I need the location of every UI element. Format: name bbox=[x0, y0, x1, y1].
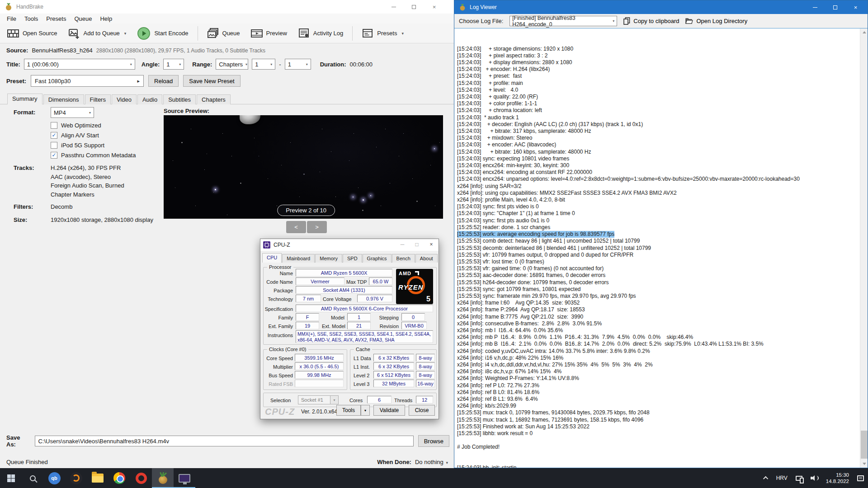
log-line: [15:24:03] + display dimensions: 2880 x … bbox=[457, 59, 860, 66]
cache-assoc-field: 8-way bbox=[416, 362, 435, 370]
tools-button[interactable]: Tools bbox=[336, 405, 361, 416]
menu-item[interactable]: File bbox=[3, 14, 20, 23]
close-button[interactable]: Close bbox=[409, 405, 435, 416]
scroll-down-icon[interactable] bbox=[860, 460, 868, 468]
close-icon[interactable]: × bbox=[424, 0, 444, 14]
scroll-up-icon[interactable] bbox=[860, 28, 868, 36]
validate-button[interactable]: Validate bbox=[373, 405, 405, 416]
tab[interactable]: Memory bbox=[315, 254, 342, 263]
menu-item[interactable]: Tools bbox=[20, 14, 42, 23]
start-button[interactable] bbox=[0, 468, 22, 488]
open-log-directory-button[interactable]: Open Log Directory bbox=[685, 18, 747, 24]
tools-dropdown-button[interactable]: ▾ bbox=[361, 405, 370, 416]
tab[interactable]: Audio bbox=[137, 94, 162, 104]
tab[interactable]: Chapters bbox=[197, 94, 231, 104]
open-source-button[interactable]: Open Source bbox=[3, 25, 62, 42]
tray-device-button[interactable] bbox=[792, 468, 807, 488]
menu-item[interactable]: Queue bbox=[70, 14, 96, 23]
max-tdp-field: 65.0 W bbox=[369, 277, 392, 285]
minimize-icon[interactable] bbox=[383, 0, 404, 14]
save-as-input[interactable] bbox=[35, 436, 413, 446]
range-type-select[interactable]: Chapters▾ bbox=[216, 59, 248, 70]
taskbar-media-app-button[interactable] bbox=[65, 468, 87, 488]
tab[interactable]: Mainboard bbox=[282, 254, 315, 263]
close-icon[interactable]: × bbox=[426, 240, 437, 249]
save-new-preset-button[interactable]: Save New Preset bbox=[183, 75, 240, 87]
action-center-button[interactable] bbox=[853, 468, 868, 488]
revision-field: VRM-B0 bbox=[401, 322, 427, 329]
tab[interactable]: Graphics bbox=[363, 254, 392, 263]
range-to-select[interactable]: 1▾ bbox=[285, 59, 311, 70]
tab[interactable]: Summary bbox=[7, 94, 42, 104]
copy-icon bbox=[623, 17, 630, 25]
log-line bbox=[457, 451, 860, 458]
menu-item[interactable]: Presets bbox=[42, 14, 70, 23]
reload-button[interactable]: Reload bbox=[148, 75, 179, 87]
taskbar-file-explorer-button[interactable] bbox=[87, 468, 108, 488]
log-file-select[interactable]: [Finished] Bennuhalfres83 H264_encode_0 … bbox=[509, 16, 617, 26]
scrollbar-thumb[interactable] bbox=[861, 431, 868, 459]
taskbar-cpuz-button[interactable] bbox=[174, 468, 195, 488]
ryzen-text: RYZEN bbox=[398, 283, 424, 291]
range-label: Range: bbox=[192, 61, 212, 68]
maximize-icon[interactable] bbox=[825, 0, 845, 14]
log-line: [15:24:03] + mixdown: Stereo bbox=[457, 135, 860, 141]
taskbar-qbittorrent-button[interactable]: qb bbox=[43, 468, 65, 488]
maximize-icon[interactable] bbox=[404, 0, 424, 14]
checkbox-row[interactable]: ✓ Align A/V Start bbox=[51, 130, 136, 140]
preset-select[interactable]: Fast 1080p30 ▸ bbox=[31, 75, 144, 87]
queue-button[interactable]: Queue bbox=[203, 25, 245, 42]
menu-item[interactable]: Help bbox=[96, 14, 116, 23]
model-field: 1 bbox=[347, 313, 371, 321]
tab[interactable]: Subtitles bbox=[163, 94, 196, 104]
tab[interactable]: About bbox=[415, 254, 438, 263]
bright-star bbox=[215, 189, 216, 190]
title-select[interactable]: 1 (00:06:00)▾ bbox=[24, 59, 135, 70]
taskbar-chrome-button[interactable] bbox=[108, 468, 130, 488]
presets-button[interactable]: Presets ▾ bbox=[357, 25, 408, 42]
tab[interactable]: Video bbox=[112, 94, 137, 104]
start-encode-button[interactable]: Start Encode bbox=[132, 24, 193, 43]
log-text-area[interactable]: [15:24:03] + storage dimensions: 1920 x … bbox=[454, 28, 860, 468]
activity-log-button[interactable]: Activity Log bbox=[293, 25, 348, 42]
checkbox-row[interactable]: ✓ iPod 5G Support bbox=[51, 140, 136, 150]
preview-next-button[interactable]: > bbox=[307, 221, 327, 233]
close-icon[interactable]: × bbox=[845, 0, 866, 14]
copy-to-clipboard-button[interactable]: Copy to clipboard bbox=[623, 17, 679, 25]
checkbox-row[interactable]: ✓ Passthru Common Metadata bbox=[51, 150, 136, 160]
checkbox-row[interactable]: ✓ Web Optimized bbox=[51, 120, 136, 130]
socket-select[interactable]: Socket #1 ▾ bbox=[298, 395, 339, 404]
media-app-icon bbox=[70, 472, 82, 484]
minimize-icon[interactable] bbox=[805, 0, 825, 14]
log-line: [15:25:53] mux: track 0, 10799 frames, 9… bbox=[457, 409, 860, 416]
taskbar-handbrake-button[interactable] bbox=[152, 468, 174, 488]
max-tdp-label: Max TDP bbox=[346, 279, 368, 285]
taskbar-opera-button[interactable] bbox=[130, 468, 152, 488]
format-select[interactable]: MP4▾ bbox=[51, 107, 94, 118]
minimize-icon[interactable]: ─ bbox=[397, 240, 408, 249]
log-scrollbar[interactable] bbox=[860, 28, 868, 468]
when-done-select[interactable]: Do nothing ▾ bbox=[415, 459, 448, 465]
maximize-icon[interactable]: □ bbox=[411, 240, 422, 249]
preview-button[interactable]: Preview bbox=[246, 25, 292, 42]
tray-clock[interactable]: 15:30 14.8.2022 bbox=[822, 468, 853, 488]
tray-show-hidden-icons[interactable] bbox=[760, 468, 772, 488]
tray-volume-button[interactable] bbox=[807, 468, 822, 488]
preview-prev-button[interactable]: < bbox=[286, 221, 306, 233]
tab[interactable]: Bench bbox=[392, 254, 415, 263]
source-name: BennuHalfRes83_h264 bbox=[32, 47, 92, 54]
cache-row: Level 2 6 x 512 KBytes 8-way bbox=[350, 371, 437, 380]
tray-language-indicator[interactable]: HRV bbox=[772, 468, 792, 488]
range-from-select[interactable]: 1▾ bbox=[252, 59, 275, 70]
file-explorer-icon bbox=[92, 474, 104, 483]
tab[interactable]: Filters bbox=[85, 94, 111, 104]
cache-size-field: 32 MBytes bbox=[373, 380, 414, 387]
tab[interactable]: SPD bbox=[343, 254, 362, 263]
cache-size-field: 6 x 512 KBytes bbox=[373, 371, 414, 379]
browse-button[interactable]: Browse bbox=[418, 435, 449, 447]
tab[interactable]: Dimensions bbox=[43, 94, 84, 104]
add-to-queue-button[interactable]: Add to Queue ▾ bbox=[64, 25, 131, 42]
tab[interactable]: CPU bbox=[262, 253, 282, 263]
angle-select[interactable]: 1▾ bbox=[163, 59, 184, 70]
taskbar-search-button[interactable] bbox=[22, 468, 43, 488]
